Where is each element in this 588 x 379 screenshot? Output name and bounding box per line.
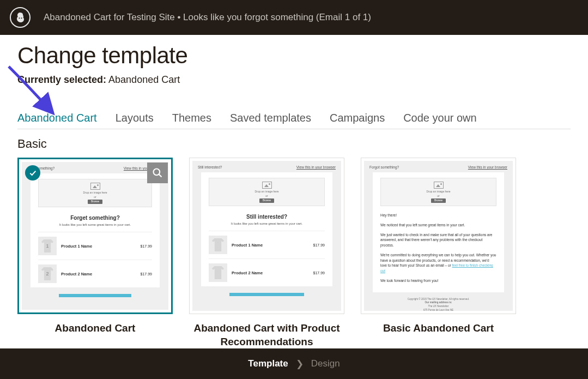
product-price: $17.99 xyxy=(141,244,152,248)
template-preview: orgot something? View this in your brows… xyxy=(22,162,168,310)
template-card-abandoned-cart[interactable]: orgot something? View this in your brows… xyxy=(17,158,173,314)
preview-subject: Forgot something? xyxy=(369,165,399,169)
template-cards: orgot something? View this in your brows… xyxy=(17,158,571,348)
product-number: 2 xyxy=(38,264,57,283)
currently-value: Abandoned Cart xyxy=(108,74,180,85)
product-row: Product 1 Name $17.99 xyxy=(209,231,325,258)
preview-heading: Still interested? xyxy=(209,214,325,220)
selected-check-icon xyxy=(25,165,40,181)
currently-label: Currently selected: xyxy=(17,74,106,85)
drop-text: Drop an image here xyxy=(426,190,450,193)
preview-body-text: Hey there! xyxy=(380,213,496,218)
template-card-label: Abandoned Cart xyxy=(55,322,136,335)
tab-abandoned-cart[interactable]: Abandoned Cart xyxy=(17,112,97,129)
header-breadcrumb: Abandoned Cart for Testing Site • Looks … xyxy=(44,12,371,23)
preview-body-text: We just wanted to check in and make sure… xyxy=(380,232,496,248)
cta-bar xyxy=(59,294,131,297)
svg-point-0 xyxy=(154,169,160,176)
drop-or: or xyxy=(94,195,96,198)
image-placeholder-icon xyxy=(262,182,272,189)
page-title: Change template xyxy=(17,43,571,69)
template-card-abandoned-cart-recs[interactable]: Still interested? View this in your brow… xyxy=(189,158,344,314)
preview-subject: Still interested? xyxy=(198,165,222,169)
template-preview: Still interested? View this in your brow… xyxy=(192,161,341,311)
product-number: 1 xyxy=(38,237,57,255)
product-name: Product 2 Name xyxy=(61,272,136,276)
template-card-label: Basic Abandoned Cart xyxy=(383,322,494,335)
preview-zoom-button[interactable] xyxy=(147,163,168,183)
product-price: $17.99 xyxy=(313,243,325,247)
image-drop-zone: Drop an image here or Browse xyxy=(38,179,152,207)
tab-layouts[interactable]: Layouts xyxy=(116,112,154,129)
preview-subtext: It looks like you left some great items … xyxy=(38,223,152,226)
browse-button: Browse xyxy=(88,200,102,204)
product-name: Product 1 Name xyxy=(232,243,309,248)
template-preview: Forgot something? View this in your brow… xyxy=(364,161,513,311)
drop-text: Drop an image here xyxy=(83,191,107,194)
template-card-basic-abandoned-cart[interactable]: Forgot something? View this in your brow… xyxy=(361,158,516,314)
tab-code-your-own[interactable]: Code your own xyxy=(403,112,477,129)
footer-line: Copyright © 2015 The UX Newsletter, All … xyxy=(377,298,500,302)
browse-button: Browse xyxy=(431,198,446,203)
preview-body-text: We're committed to doing everything we c… xyxy=(380,252,496,274)
drop-or: or xyxy=(437,194,439,197)
browse-button: Browse xyxy=(259,198,274,203)
section-title-basic: Basic xyxy=(17,137,571,151)
product-row: 2 Product 2 Name $17.99 xyxy=(38,260,152,287)
tshirt-icon: 1 xyxy=(38,237,57,255)
footer-line: 675 Ponce de Leon Ave NE xyxy=(377,309,500,311)
tshirt-icon: 2 xyxy=(38,264,57,283)
template-tabs: Abandoned Cart Layouts Themes Saved temp… xyxy=(17,112,571,129)
product-row: Product 2 Name $17.99 xyxy=(209,258,325,286)
footer-line: Our mailing address is: xyxy=(377,301,500,305)
tab-saved-templates[interactable]: Saved templates xyxy=(230,112,311,129)
preview-browser-link: View this in your browser xyxy=(296,165,336,169)
image-drop-zone: Drop an image here or Browse xyxy=(380,178,496,206)
step-design[interactable]: Design xyxy=(311,358,340,369)
product-price: $17.99 xyxy=(141,272,152,276)
footer-line: The UX Newsletter xyxy=(377,305,500,309)
preview-heading: Forget something? xyxy=(38,215,152,221)
preview-body-text: We noticed that you left some great item… xyxy=(380,222,496,228)
mailchimp-logo-icon[interactable] xyxy=(10,7,31,28)
product-price: $17.99 xyxy=(313,271,325,275)
cta-bar xyxy=(229,293,304,296)
template-card-label: Abandoned Cart with Product Recommendati… xyxy=(189,322,344,348)
chevron-right-icon: ❯ xyxy=(296,358,304,370)
image-placeholder-icon xyxy=(434,182,444,189)
product-name: Product 1 Name xyxy=(61,244,136,249)
tab-themes[interactable]: Themes xyxy=(172,112,211,129)
image-placeholder-icon xyxy=(90,183,100,190)
tshirt-icon xyxy=(209,236,227,254)
main-content: Change template Currently selected: Aban… xyxy=(0,35,588,348)
preview-footer: Copyright © 2015 The UX Newsletter, All … xyxy=(364,292,513,311)
product-row: 1 Product 1 Name $17.99 xyxy=(38,232,152,260)
step-template[interactable]: Template xyxy=(248,358,288,369)
drop-text: Drop an image here xyxy=(254,190,278,193)
product-name: Product 2 Name xyxy=(232,270,309,275)
svg-line-1 xyxy=(159,175,162,177)
preview-browser-link: View this in your browser xyxy=(468,165,507,169)
image-drop-zone: Drop an image here or Browse xyxy=(209,178,325,206)
drop-or: or xyxy=(265,194,268,197)
tab-campaigns[interactable]: Campaigns xyxy=(330,112,385,129)
preview-body-text: We look forward to hearing from you! xyxy=(380,278,496,284)
top-bar: Abandoned Cart for Testing Site • Looks … xyxy=(0,0,588,35)
preview-subtext: It looks like you left some great items … xyxy=(209,222,325,225)
currently-selected: Currently selected: Abandoned Cart xyxy=(17,74,571,86)
bottom-stepper: Template ❯ Design xyxy=(0,348,588,379)
tshirt-icon xyxy=(209,263,227,282)
